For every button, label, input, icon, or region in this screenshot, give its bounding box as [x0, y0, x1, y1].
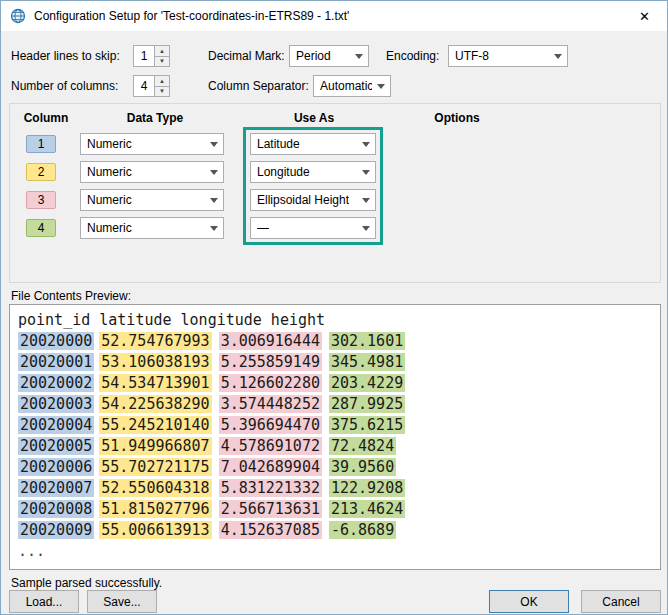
- preview-cell: -6.8689: [329, 521, 396, 539]
- preview-cell: 20020006: [18, 458, 94, 476]
- number-of-columns-label: Number of columns:: [11, 75, 118, 97]
- spinner-buttons: ▲ ▼: [154, 76, 169, 96]
- data-type-value: Numeric: [87, 221, 132, 235]
- chevron-down-icon: [355, 54, 363, 59]
- preview-cell: 20020000: [18, 332, 94, 350]
- close-button[interactable]: ✕: [622, 1, 667, 31]
- preview-cell: 20020004: [18, 416, 94, 434]
- preview-cell: 20020003: [18, 395, 94, 413]
- preview-cell: 345.4981: [329, 353, 405, 371]
- preview-cell: 213.4624: [329, 500, 405, 518]
- preview-cell: 5.255859149: [219, 353, 322, 371]
- preview-row: 2002000752.5506043185.831221332122.9208: [18, 478, 652, 499]
- file-contents-preview-label: File Contents Preview:: [11, 289, 131, 303]
- preview-cell: 4.152637085: [219, 521, 322, 539]
- preview-header-row: point_id latitude longitude height: [18, 310, 652, 331]
- preview-cell: 287.9925: [329, 395, 405, 413]
- preview-cell: 53.106038193: [99, 353, 211, 371]
- column-configuration-group: Column Data Type Use As Options 1 Numeri…: [9, 103, 661, 283]
- preview-row: 2002000955.0066139134.152637085-6.8689: [18, 520, 652, 541]
- chevron-down-icon: [362, 170, 370, 175]
- window-title: Configuration Setup for 'Test-coordinate…: [34, 9, 349, 23]
- preview-cell: 55.702721175: [99, 458, 211, 476]
- use-as-value: Ellipsoidal Height: [257, 193, 349, 207]
- chevron-down-icon: [377, 84, 385, 89]
- preview-cell: 51.815027796: [99, 500, 211, 518]
- preview-row: 2002000254.5347139015.126602280203.4229: [18, 373, 652, 394]
- save-button[interactable]: Save...: [87, 590, 157, 613]
- chevron-down-icon: [210, 170, 218, 175]
- spinner-down-icon[interactable]: ▼: [155, 56, 169, 67]
- data-type-dropdown-4[interactable]: Numeric: [80, 217, 224, 239]
- preview-cell: 2.566713631: [219, 500, 322, 518]
- column-separator-label: Column Separator:: [208, 75, 309, 97]
- use-as-dropdown-2[interactable]: Longitude: [250, 161, 376, 183]
- encoding-dropdown[interactable]: UTF-8: [448, 45, 568, 67]
- data-type-dropdown-2[interactable]: Numeric: [80, 161, 224, 183]
- data-type-dropdown-3[interactable]: Numeric: [80, 189, 224, 211]
- titlebar[interactable]: Configuration Setup for 'Test-coordinate…: [1, 1, 667, 31]
- preview-row: 2002000052.7547679933.006916444302.1601: [18, 331, 652, 352]
- preview-cell: 7.042689904: [219, 458, 322, 476]
- decimal-mark-dropdown[interactable]: Period: [289, 45, 369, 67]
- preview-cell: 3.574448252: [219, 395, 322, 413]
- ok-button[interactable]: OK: [489, 590, 569, 613]
- data-type-value: Numeric: [87, 137, 132, 151]
- column-separator-value: Automatic: [320, 79, 372, 93]
- chevron-down-icon: [210, 226, 218, 231]
- preview-cell: 55.006613913: [99, 521, 211, 539]
- header-lines-label: Header lines to skip:: [11, 45, 120, 67]
- chevron-down-icon: [210, 142, 218, 147]
- use-as-dropdown-3[interactable]: Ellipsoidal Height: [250, 189, 376, 211]
- preview-cell: 122.9208: [329, 479, 405, 497]
- use-as-value: Latitude: [257, 137, 300, 151]
- column-badge-1: 1: [26, 135, 56, 153]
- preview-cell: 20020008: [18, 500, 94, 518]
- spinner-up-icon[interactable]: ▲: [155, 76, 169, 86]
- spinner-down-icon[interactable]: ▼: [155, 86, 169, 97]
- preview-cell: 5.831221332: [219, 479, 322, 497]
- number-of-columns-spinner[interactable]: 4 ▲ ▼: [133, 75, 170, 97]
- preview-cell: 52.550604318: [99, 479, 211, 497]
- preview-row: 2002000455.2452101405.396694470375.6215: [18, 415, 652, 436]
- decimal-mark-label: Decimal Mark:: [208, 45, 285, 67]
- preview-cell: 203.4229: [329, 374, 405, 392]
- header-lines-spinner[interactable]: 1 ▲ ▼: [133, 45, 170, 67]
- column-badge-2: 2: [26, 163, 56, 181]
- spinner-up-icon[interactable]: ▲: [155, 46, 169, 56]
- column-config-row-2: 2 Numeric Longitude: [10, 158, 660, 186]
- number-of-columns-value[interactable]: 4: [134, 76, 154, 96]
- options-header: Options: [382, 111, 532, 125]
- use-as-dropdown-4[interactable]: —: [250, 217, 376, 239]
- chevron-down-icon: [554, 54, 562, 59]
- preview-cell: 72.4824: [329, 437, 396, 455]
- preview-cell: 54.534713901: [99, 374, 211, 392]
- preview-row: 2002000851.8150277962.566713631213.4624: [18, 499, 652, 520]
- column-config-row-3: 3 Numeric Ellipsoidal Height: [10, 186, 660, 214]
- preview-cell: 20020009: [18, 521, 94, 539]
- cancel-button[interactable]: Cancel: [581, 590, 661, 613]
- preview-cell: 54.225638290: [99, 395, 211, 413]
- use-as-header: Use As: [244, 111, 384, 125]
- use-as-dropdown-1[interactable]: Latitude: [250, 133, 376, 155]
- file-contents-preview-panel[interactable]: point_id latitude longitude height 20020…: [9, 304, 661, 570]
- data-type-header: Data Type: [80, 111, 230, 125]
- chevron-down-icon: [362, 142, 370, 147]
- column-config-row-4: 4 Numeric —: [10, 214, 660, 242]
- preview-cell: 4.578691072: [219, 437, 322, 455]
- column-separator-dropdown[interactable]: Automatic: [313, 75, 391, 97]
- preview-cell: 20020002: [18, 374, 94, 392]
- status-message: Sample parsed successfully.: [11, 576, 162, 590]
- preview-cell: 20020007: [18, 479, 94, 497]
- data-type-dropdown-1[interactable]: Numeric: [80, 133, 224, 155]
- header-lines-value[interactable]: 1: [134, 46, 154, 66]
- use-as-value: Longitude: [257, 165, 310, 179]
- preview-cell: 3.006916444: [219, 332, 322, 350]
- use-as-value: —: [257, 221, 269, 235]
- load-button[interactable]: Load...: [9, 590, 79, 613]
- settings-row-2: Number of columns: 4 ▲ ▼ Column Separato…: [1, 75, 667, 97]
- encoding-value: UTF-8: [455, 49, 489, 63]
- preview-row: 2002000153.1060381935.255859149345.4981: [18, 352, 652, 373]
- preview-cell: 5.396694470: [219, 416, 322, 434]
- column-badge-4: 4: [26, 219, 56, 237]
